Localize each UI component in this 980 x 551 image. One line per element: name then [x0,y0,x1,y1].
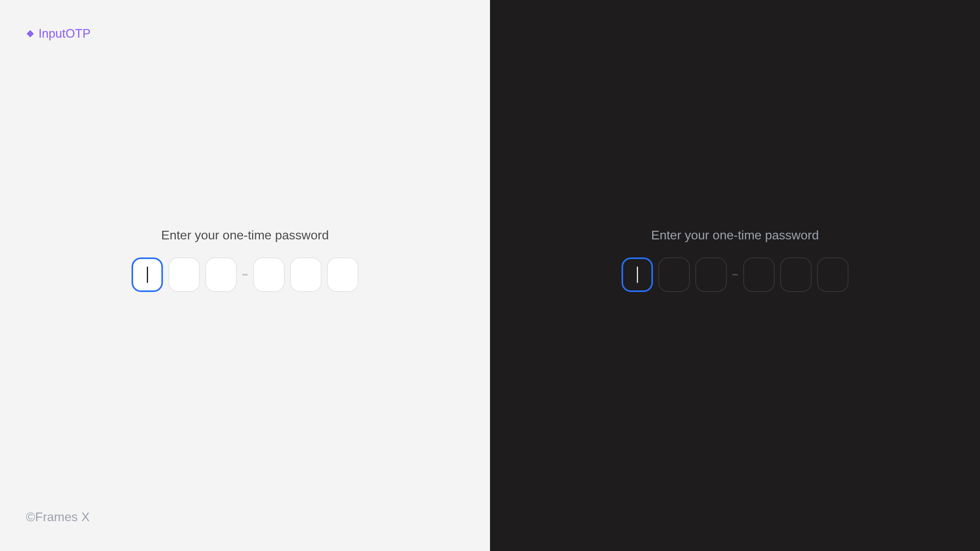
component-title: InputOTP [38,27,91,41]
otp-input-1[interactable] [132,257,163,292]
otp-input-5[interactable] [290,257,322,292]
light-panel: InputOTP Enter your one-time password ©F… [0,0,490,551]
otp-inputs [132,257,358,292]
otp-container-light: Enter your one-time password [132,228,358,292]
otp-input-5[interactable] [780,257,812,292]
otp-label: Enter your one-time password [651,228,819,243]
otp-separator [242,274,248,276]
header: InputOTP [26,27,91,41]
text-cursor [147,266,148,283]
otp-input-4[interactable] [253,257,285,292]
otp-input-4[interactable] [743,257,775,292]
otp-label: Enter your one-time password [161,228,329,243]
otp-inputs [622,257,848,292]
otp-input-2[interactable] [168,257,200,292]
otp-input-6[interactable] [817,257,848,292]
otp-input-6[interactable] [327,257,358,292]
otp-container-dark: Enter your one-time password [622,228,848,292]
otp-input-2[interactable] [658,257,690,292]
otp-input-3[interactable] [205,257,237,292]
diamond-icon [26,29,35,38]
otp-input-3[interactable] [695,257,727,292]
otp-separator [732,274,738,276]
text-cursor [637,266,638,283]
otp-input-1[interactable] [622,257,653,292]
footer-copyright: ©Frames X [26,510,90,524]
dark-panel: Enter your one-time password [490,0,980,551]
